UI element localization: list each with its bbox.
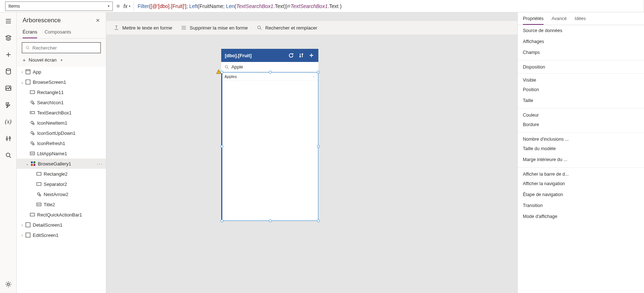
svg-point-3 xyxy=(9,137,11,139)
prop-border[interactable]: Bordure xyxy=(518,119,644,130)
prop-visible[interactable]: Visible xyxy=(518,73,644,84)
tree-item-browsegallery1[interactable]: ⌄BrowseGallery1··· xyxy=(17,159,106,169)
prop-displaymode[interactable]: Mode d'affichage xyxy=(518,211,644,222)
tab-advanced[interactable]: Avancé xyxy=(552,16,567,25)
resize-handle[interactable] xyxy=(317,219,320,222)
svg-rect-12 xyxy=(30,112,35,114)
tree-item-title2[interactable]: Title2 xyxy=(17,199,106,210)
svg-point-14 xyxy=(33,123,34,125)
tree-item-browsescreen1[interactable]: ⌄BrowseScreen1 xyxy=(17,77,106,87)
new-screen-label: Nouvel écran xyxy=(29,57,57,63)
tree-item-app[interactable]: ›App xyxy=(17,67,106,77)
tree-title: Arborescence xyxy=(23,17,61,24)
tree-view-icon[interactable] xyxy=(5,34,12,42)
toolbar-label: Supprimer la mise en forme xyxy=(190,25,248,31)
find-replace-button[interactable]: Rechercher et remplacer xyxy=(257,25,317,31)
more-icon[interactable]: ··· xyxy=(97,161,103,167)
tree-search[interactable] xyxy=(22,42,101,53)
chevron-down-icon[interactable]: ▾ xyxy=(129,4,131,8)
resize-handle[interactable] xyxy=(220,219,223,222)
prop-datasource[interactable]: Source de données xyxy=(518,25,644,36)
tree-item-iconrefresh1[interactable]: IconRefresh1 xyxy=(17,138,106,148)
resize-handle[interactable] xyxy=(269,71,272,74)
media-icon[interactable] xyxy=(5,85,12,92)
tree-item-editscreen1[interactable]: ›EditScreen1 xyxy=(17,230,106,240)
tree-item-label: DetailScreen1 xyxy=(33,222,63,228)
svg-point-6 xyxy=(26,46,29,49)
strip-format-button[interactable]: Supprimer la mise en forme xyxy=(181,25,248,31)
hamburger-icon[interactable] xyxy=(5,17,12,25)
close-icon[interactable]: ✕ xyxy=(96,17,100,23)
prop-views[interactable]: Affichages xyxy=(518,36,644,47)
tree-item-rectangle11[interactable]: Rectangle11 xyxy=(17,87,106,97)
search-icon xyxy=(25,45,30,50)
tree-item-detailscreen1[interactable]: ›DetailScreen1 xyxy=(17,220,106,230)
data-icon[interactable] xyxy=(5,68,12,75)
prop-layout[interactable]: Disposition xyxy=(518,60,644,71)
settings-icon[interactable] xyxy=(5,281,12,288)
tree-item-label: Rectangle2 xyxy=(44,171,68,177)
tree-item-nextarrow2[interactable]: NextArrow2 xyxy=(17,189,106,199)
gallery-selection[interactable]: Apples › xyxy=(221,72,318,221)
properties-panel: Propriétés Avancé Idées Source de donnée… xyxy=(517,12,644,293)
svg-rect-9 xyxy=(30,91,35,94)
svg-point-5 xyxy=(7,283,9,285)
tab-ideas[interactable]: Idées xyxy=(575,16,586,25)
tree-item-lblappname1[interactable]: LblAppName1 xyxy=(17,148,106,159)
tree-item-label: RectQuickActionBar1 xyxy=(37,212,82,218)
tab-screens[interactable]: Écrans xyxy=(23,26,37,38)
prop-position[interactable]: Position xyxy=(518,84,644,95)
tree-item-rectangle2[interactable]: Rectangle2 xyxy=(17,169,106,179)
canvas[interactable]: Mettre le texte en forme Supprimer la mi… xyxy=(106,12,517,293)
prop-size[interactable]: Taille xyxy=(518,95,644,106)
fx-label[interactable]: fx xyxy=(123,3,127,9)
new-screen-button[interactable]: + Nouvel écran ▾ xyxy=(17,55,106,67)
tree-search-input[interactable] xyxy=(32,45,98,51)
prop-transition[interactable]: Transition xyxy=(518,200,644,211)
prop-wrapcount[interactable]: Nombre d'inclusions ... xyxy=(518,132,644,143)
prop-navstep[interactable]: Étape de navigation xyxy=(518,189,644,200)
insert-icon[interactable] xyxy=(5,51,12,58)
property-select[interactable]: Items ▾ xyxy=(5,1,113,11)
tree-item-iconsortupdown1[interactable]: IconSortUpDown1 xyxy=(17,128,106,138)
formula-bar: Items ▾ = fx ▾ Filter([@'[dbo].[Fruit]']… xyxy=(0,0,644,12)
tab-components[interactable]: Composants xyxy=(44,26,71,38)
resize-handle[interactable] xyxy=(269,219,272,222)
resize-handle[interactable] xyxy=(220,145,223,148)
tab-properties[interactable]: Propriétés xyxy=(523,16,544,25)
sort-icon[interactable] xyxy=(298,52,305,59)
refresh-icon[interactable] xyxy=(288,52,294,59)
variables-icon[interactable]: (x) xyxy=(5,118,12,125)
plus-icon[interactable] xyxy=(308,52,315,59)
tree-item-separator2[interactable]: Separator2 xyxy=(17,179,106,189)
prop-templatepadding[interactable]: Marge intérieure du ... xyxy=(518,154,644,165)
svg-rect-24 xyxy=(37,172,41,175)
prop-templatesize[interactable]: Taille du modèle xyxy=(518,143,644,154)
prop-color[interactable]: Couleur xyxy=(518,108,644,119)
prop-shownav[interactable]: Afficher la navigation xyxy=(518,178,644,189)
tree-item-textsearchbox1[interactable]: TextSearchBox1 xyxy=(17,108,106,118)
tree-item-searchicon1[interactable]: SearchIcon1 xyxy=(17,97,106,108)
tree-item-rectquickactionbar1[interactable]: RectQuickActionBar1 xyxy=(17,210,106,220)
format-text-button[interactable]: Mettre le texte en forme xyxy=(114,25,172,31)
tree-item-label: BrowseGallery1 xyxy=(38,161,71,167)
svg-rect-7 xyxy=(26,70,30,74)
tree-item-label: IconNewItem1 xyxy=(37,120,67,126)
prop-showscrollbar[interactable]: Afficher la barre de d... xyxy=(518,167,644,178)
tree-panel: Arborescence ✕ Écrans Composants + Nouve… xyxy=(17,12,106,293)
svg-rect-22 xyxy=(31,164,33,166)
resize-handle[interactable] xyxy=(317,145,320,148)
svg-point-16 xyxy=(33,133,34,135)
tree-item-label: TextSearchBox1 xyxy=(37,110,72,116)
gallery-row[interactable]: Apples › xyxy=(222,73,318,81)
advanced-tools-icon[interactable] xyxy=(5,135,12,142)
tree-item-iconnewitem1[interactable]: IconNewItem1 xyxy=(17,118,106,128)
resize-handle[interactable] xyxy=(317,71,320,74)
prop-fields[interactable]: Champs xyxy=(518,47,644,58)
resize-handle[interactable] xyxy=(220,71,223,74)
power-automate-icon[interactable] xyxy=(5,101,12,109)
search-icon[interactable] xyxy=(5,152,12,159)
property-select-value: Items xyxy=(8,3,20,9)
left-rail: (x) xyxy=(0,12,17,293)
formula-input[interactable]: Filter([@'[dbo].[Fruit]']; Left(FruitNam… xyxy=(138,3,342,9)
